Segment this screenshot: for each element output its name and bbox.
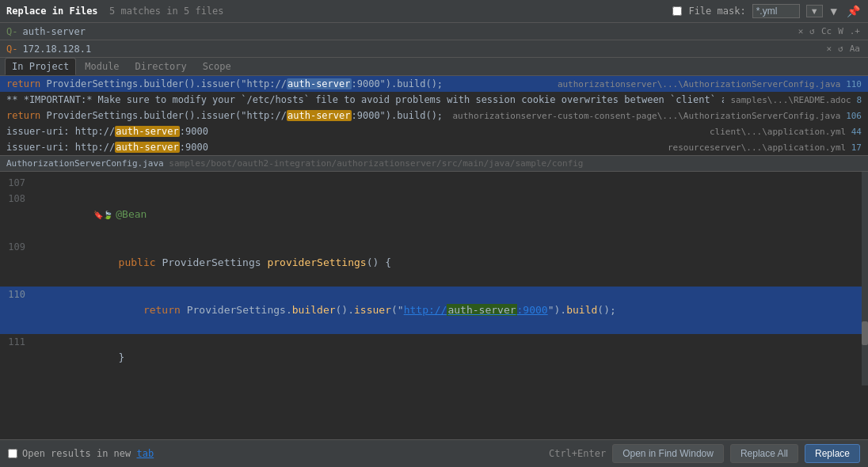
file-mask-label: File mask: xyxy=(688,6,745,17)
result-row[interactable]: issuer-uri: http://auth-server:9000 reso… xyxy=(0,139,868,155)
open-results-checkbox[interactable] xyxy=(8,449,17,458)
result-left: ** *IMPORTANT:* Make sure to modify your… xyxy=(6,94,724,105)
file-mask-checkbox[interactable] xyxy=(672,6,682,16)
line-number: 108 xyxy=(0,191,32,207)
bottom-bar-left: Open results in new tab xyxy=(8,448,154,459)
find-icon: Q- xyxy=(6,26,17,37)
main-container: Replace in Files 5 matches in 5 files Fi… xyxy=(0,0,868,467)
dialog-title: Replace in Files 5 matches in 5 files xyxy=(6,6,224,17)
code-line-107: 107 xyxy=(0,175,868,191)
top-bar-right: File mask: ▼ ▼ 📌 xyxy=(672,3,862,19)
editor-area: AuthorizationServerConfig.java samples/b… xyxy=(0,156,868,467)
tab-directory[interactable]: Directory xyxy=(128,58,194,75)
file-mask-dropdown[interactable]: ▼ xyxy=(806,5,823,17)
dialog-title-bold: Replace in Files xyxy=(6,6,98,17)
top-bar: Replace in Files 5 matches in 5 files Fi… xyxy=(0,0,868,23)
find-history-btn[interactable]: ↺ xyxy=(808,25,817,37)
line-content: public ProviderSettings providerSettings… xyxy=(32,239,391,287)
search-row-replace: Q- 172.18.128.1 ✕ ↺ Aa xyxy=(0,40,868,58)
result-code: issuer-uri: http://auth-server:9000 xyxy=(6,126,208,137)
result-left: issuer-uri: http://auth-server:9000 xyxy=(6,126,703,137)
editor-filename: AuthorizationServerConfig.java xyxy=(6,158,164,169)
line-number: 111 xyxy=(0,334,32,350)
result-code: issuer-uri: http://auth-server:9000 xyxy=(6,142,208,153)
result-left: issuer-uri: http://auth-server:9000 xyxy=(6,142,661,153)
open-results-label: Open results in new tab xyxy=(22,448,154,459)
code-line-111: 111 } xyxy=(0,334,868,382)
result-file: client\...\application.yml 44 xyxy=(710,127,862,137)
line-content: 🔖🍃@Bean xyxy=(32,191,147,239)
result-file: authorizationserver-custom-consent-page\… xyxy=(452,111,862,121)
code-line-109: 109 public ProviderSettings providerSett… xyxy=(0,239,868,287)
result-row[interactable]: return ProviderSettings.builder().issuer… xyxy=(0,108,868,123)
code-area[interactable]: 107 108 🔖🍃@Bean 109 public ProviderSetti… xyxy=(0,172,868,385)
scope-tabs: In Project Module Directory Scope xyxy=(0,58,868,76)
line-number: 110 xyxy=(0,287,32,302)
bottom-bar: Open results in new tab Ctrl+Enter Open … xyxy=(0,439,868,467)
editor-filepath: samples/boot/oauth2-integration/authoriz… xyxy=(169,158,583,169)
open-find-window-button[interactable]: Open in Find Window xyxy=(612,444,724,463)
editor-header: AuthorizationServerConfig.java samples/b… xyxy=(0,156,868,172)
result-code: ** *IMPORTANT:* Make sure to modify your… xyxy=(6,94,724,105)
results-list: return ProviderSettings.builder().issuer… xyxy=(0,76,868,156)
replace-value: 172.18.128.1 xyxy=(22,44,820,55)
search-row-find: Q- auth-server ✕ ↺ Cc W .+ xyxy=(0,23,868,40)
replace-clear-btn[interactable]: ✕ xyxy=(825,43,834,55)
replace-icon: Q- xyxy=(6,44,17,55)
match-count: 5 matches in 5 files xyxy=(109,6,224,17)
find-value: auth-server xyxy=(22,26,791,37)
result-code: return ProviderSettings.builder().issuer… xyxy=(6,78,443,89)
scrollbar-thumb[interactable] xyxy=(862,321,868,345)
replace-history-btn[interactable]: ↺ xyxy=(836,43,845,55)
find-actions: ✕ ↺ Cc W .+ xyxy=(797,25,862,37)
find-case-btn[interactable]: Cc xyxy=(820,25,833,37)
replace-all-button[interactable]: Replace All xyxy=(730,444,798,463)
find-regex-btn[interactable]: .+ xyxy=(848,25,862,37)
result-file: authorizationserver\...\AuthorizationSer… xyxy=(558,79,862,89)
tab-scope[interactable]: Scope xyxy=(196,58,238,75)
line-content: return ProviderSettings.builder().issuer… xyxy=(32,287,616,334)
open-results-link[interactable]: tab xyxy=(137,448,154,459)
replace-button[interactable]: Replace xyxy=(805,444,860,463)
find-clear-btn[interactable]: ✕ xyxy=(797,25,805,37)
result-file: samples\...\README.adoc 8 xyxy=(730,95,862,105)
line-content: } xyxy=(32,334,124,382)
result-left: return ProviderSettings.builder().issuer… xyxy=(6,110,446,121)
result-row[interactable]: return ProviderSettings.builder().issuer… xyxy=(0,76,868,92)
line-number: 112 xyxy=(0,382,32,385)
line-number: 109 xyxy=(0,239,32,255)
filter-icon[interactable]: ▼ xyxy=(829,3,839,19)
file-mask-input[interactable] xyxy=(752,4,800,18)
bottom-bar-right: Ctrl+Enter Open in Find Window Replace A… xyxy=(549,444,860,463)
result-row[interactable]: ** *IMPORTANT:* Make sure to modify your… xyxy=(0,92,868,108)
replace-case-btn[interactable]: Aa xyxy=(848,43,862,55)
result-code: return ProviderSettings.builder().issuer… xyxy=(6,110,443,121)
top-bar-left: Replace in Files 5 matches in 5 files xyxy=(6,6,224,17)
find-word-btn[interactable]: W xyxy=(836,25,845,37)
replace-actions: ✕ ↺ Aa xyxy=(825,43,862,55)
code-line-108: 108 🔖🍃@Bean xyxy=(0,191,868,239)
result-file: resourceserver\...\application.yml 17 xyxy=(668,142,862,153)
code-line-112: 112 xyxy=(0,382,868,385)
keyboard-shortcut: Ctrl+Enter xyxy=(549,448,606,459)
scrollbar[interactable] xyxy=(862,172,868,385)
pin-icon[interactable]: 📌 xyxy=(845,3,862,19)
tab-in-project[interactable]: In Project xyxy=(5,58,76,75)
result-row[interactable]: issuer-uri: http://auth-server:9000 clie… xyxy=(0,123,868,139)
line-number: 107 xyxy=(0,175,32,191)
result-left: return ProviderSettings.builder().issuer… xyxy=(6,78,551,89)
tab-module[interactable]: Module xyxy=(78,58,126,75)
code-line-110: 110 return ProviderSettings.builder().is… xyxy=(0,287,868,334)
